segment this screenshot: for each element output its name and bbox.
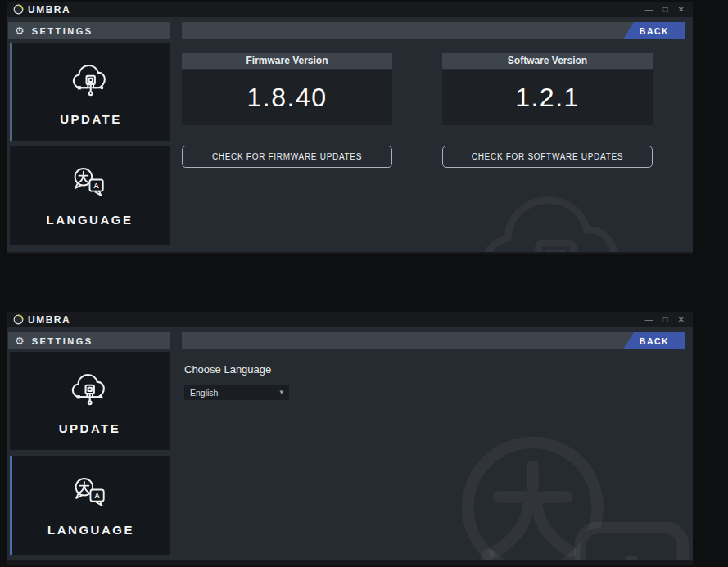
umbra-logo-icon	[13, 314, 24, 325]
settings-header: ⚙ SETTINGS	[8, 332, 170, 349]
software-version-panel: 1.2.1	[442, 70, 653, 125]
firmware-version-panel: 1.8.40	[182, 70, 392, 125]
settings-header: ⚙ SETTINGS	[8, 22, 170, 39]
maximize-icon[interactable]: □	[663, 316, 668, 324]
software-version-value: 1.2.1	[515, 83, 580, 113]
sidebar-item-label: UPDATE	[59, 421, 121, 435]
app-title: UMBRA	[28, 4, 70, 16]
toolbar: BACK	[182, 332, 685, 349]
settings-header-label: SETTINGS	[32, 26, 93, 36]
sidebar-item-update[interactable]: UPDATE	[10, 352, 170, 450]
window-settings-update: UMBRA — □ ✕ ⚙ SETTINGS BACK	[7, 2, 693, 254]
window-bottom-edge	[7, 560, 693, 564]
sidebar-item-language[interactable]: A LANGUAGE	[10, 146, 170, 245]
titlebar[interactable]: UMBRA — □ ✕	[7, 312, 693, 327]
language-icon: A	[69, 164, 111, 206]
svg-text:A: A	[93, 182, 99, 190]
window-controls: — □ ✕	[645, 6, 685, 14]
check-firmware-updates-button[interactable]: CHECK FOR FIRMWARE UPDATES	[182, 146, 392, 168]
maximize-icon[interactable]: □	[663, 6, 668, 14]
settings-header-label: SETTINGS	[32, 336, 93, 346]
titlebar[interactable]: UMBRA — □ ✕	[7, 2, 693, 17]
cloud-update-icon	[66, 367, 114, 415]
software-version-header: Software Version	[442, 53, 653, 69]
check-software-updates-button[interactable]: CHECK FOR SOFTWARE UPDATES	[442, 146, 653, 168]
sidebar-item-language[interactable]: A LANGUAGE	[10, 456, 170, 555]
language-icon: A	[70, 474, 112, 516]
gear-icon: ⚙	[15, 335, 25, 346]
language-watermark-icon: A	[420, 405, 693, 565]
umbra-logo-icon	[13, 4, 24, 15]
svg-text:A: A	[94, 492, 100, 500]
minimize-icon[interactable]: —	[645, 316, 653, 324]
window-settings-language: UMBRA — □ ✕ A ⚙ SETTINGS BACK	[7, 312, 693, 565]
chevron-down-icon: ▾	[279, 389, 283, 396]
window-body: ⚙ SETTINGS BACK UPDATE	[7, 17, 693, 252]
app-title: UMBRA	[28, 314, 70, 326]
app-logo: UMBRA	[13, 314, 70, 326]
minimize-icon[interactable]: —	[645, 6, 653, 14]
close-icon[interactable]: ✕	[678, 6, 685, 14]
sidebar-item-update[interactable]: UPDATE	[10, 43, 170, 141]
cloud-update-icon	[67, 58, 115, 106]
firmware-column: Firmware Version 1.8.40 CHECK FOR FIRMWA…	[182, 17, 392, 252]
sidebar-item-label: LANGUAGE	[47, 523, 134, 537]
app-logo: UMBRA	[13, 4, 70, 16]
sidebar-item-label: UPDATE	[60, 112, 122, 126]
sidebar-item-label: LANGUAGE	[47, 213, 133, 227]
language-dropdown[interactable]: English ▾	[184, 385, 289, 400]
software-column: Software Version 1.2.1 CHECK FOR SOFTWAR…	[442, 17, 653, 252]
back-button[interactable]: BACK	[623, 332, 685, 349]
language-dropdown-value: English	[190, 388, 218, 398]
window-body: A ⚙ SETTINGS BACK UPDATE	[7, 327, 693, 564]
window-controls: — □ ✕	[645, 316, 685, 324]
choose-language-label: Choose Language	[184, 363, 271, 376]
gear-icon: ⚙	[15, 25, 25, 36]
close-icon[interactable]: ✕	[678, 316, 685, 324]
firmware-version-value: 1.8.40	[247, 83, 328, 113]
firmware-version-header: Firmware Version	[182, 53, 392, 69]
